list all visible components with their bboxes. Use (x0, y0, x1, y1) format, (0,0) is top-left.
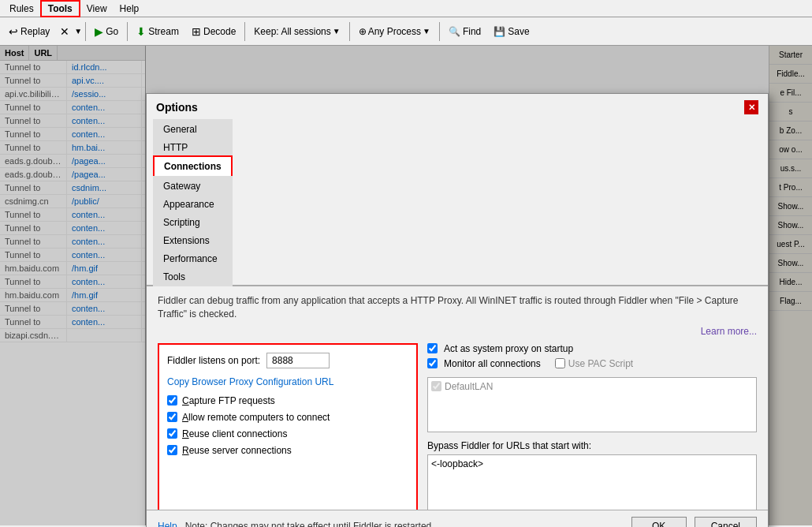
menu-view[interactable]: View (80, 2, 114, 16)
system-proxy-label: Act as system proxy on startup (444, 343, 573, 354)
left-checkbox-label-2: Reuse client connections (182, 428, 287, 439)
bypass-label: Bypass Fiddler for URLs that start with: (427, 440, 757, 451)
defaultlan-checkbox (431, 381, 441, 391)
port-label: Fiddler listens on port: (167, 355, 260, 366)
left-checkbox-label-1: Allow remote computers to connect (182, 412, 330, 423)
process-dropdown[interactable]: ⊕ Any Process ▼ (353, 23, 436, 40)
content-area: Host URL Tunnel to id.rlcdn... Tunnel to… (0, 46, 812, 525)
dropdown-arrow-icon[interactable]: ▼ (74, 27, 82, 36)
right-row-1: Act as system proxy on startup (427, 343, 757, 354)
network-list: DefaultLAN (427, 377, 757, 432)
defaultlan-label: DefaultLAN (445, 381, 493, 392)
info-text: Fiddler can debug traffic from any appli… (158, 294, 757, 321)
tab-extensions[interactable]: Extensions (153, 230, 233, 250)
ok-button[interactable]: OK (631, 517, 687, 527)
save-button[interactable]: 💾 Save (488, 23, 535, 40)
footer-note: Note: Changes may not take effect until … (185, 521, 624, 527)
tab-appearance[interactable]: Appearance (153, 194, 233, 214)
stream-icon: ⬇ (136, 25, 146, 38)
dialog-tabs: GeneralHTTPConnectionsGatewayAppearanceS… (153, 119, 234, 285)
learn-more-link[interactable]: Learn more... (158, 326, 757, 337)
decode-button[interactable]: ⊞ Decode (186, 22, 241, 41)
left-checkbox-3[interactable] (167, 445, 177, 455)
left-checkbox-row-1: Allow remote computers to connect (167, 412, 408, 423)
tab-tools[interactable]: Tools (153, 267, 233, 286)
left-checkbox-0[interactable] (167, 395, 177, 406)
separator-2 (127, 22, 128, 41)
app-window: Rules Tools View Help ↩ Replay ✕ ▼ ▶ Go … (0, 0, 812, 527)
separator-4 (349, 22, 350, 41)
dialog-close-button[interactable]: ✕ (744, 100, 758, 114)
menu-rules[interactable]: Rules (3, 2, 40, 16)
process-dropdown-arrow: ▼ (423, 27, 430, 36)
port-row: Fiddler listens on port: (167, 353, 408, 368)
left-checkbox-row-3: Reuse server connections (167, 445, 408, 456)
network-item-defaultlan: DefaultLAN (431, 381, 753, 392)
monitor-connections-checkbox[interactable] (427, 358, 438, 368)
pac-script-label: Use PAC Script (568, 358, 633, 369)
keep-dropdown-arrow: ▼ (333, 27, 341, 36)
left-checkbox-label-0: Capture FTP requests (182, 395, 275, 406)
left-checkboxes: Capture FTP requests Allow remote comput… (167, 395, 408, 456)
separator-3 (244, 22, 245, 41)
help-link[interactable]: Help (158, 521, 177, 527)
x-icon[interactable]: ✕ (57, 23, 73, 40)
options-dialog: Options ✕ GeneralHTTPConnectionsGatewayA… (146, 93, 769, 527)
find-button[interactable]: 🔍 Find (443, 23, 486, 40)
go-icon: ▶ (95, 25, 103, 38)
menu-tools[interactable]: Tools (40, 0, 80, 17)
process-icon: ⊕ (359, 26, 367, 37)
separator-1 (85, 22, 86, 41)
tab-scripting[interactable]: Scripting (153, 212, 233, 232)
dialog-title-bar: Options ✕ (147, 94, 768, 119)
stream-button[interactable]: ⬇ Stream (131, 22, 184, 41)
system-proxy-checkbox[interactable] (427, 343, 438, 353)
tab-performance[interactable]: Performance (153, 249, 233, 268)
tab-general[interactable]: General (153, 119, 233, 139)
left-checkbox-label-3: Reuse server connections (182, 445, 292, 456)
copy-browser-proxy-link[interactable]: Copy Browser Proxy Configuration URL (167, 376, 408, 387)
tab-http[interactable]: HTTP (153, 137, 233, 157)
replay-icon: ↩ (9, 25, 18, 38)
dialog-title: Options (156, 101, 198, 114)
dialog-body: Fiddler can debug traffic from any appli… (147, 286, 768, 527)
pac-script-row: Use PAC Script (555, 358, 633, 369)
decode-icon: ⊞ (192, 25, 201, 38)
tabs-bar: GeneralHTTPConnectionsGatewayAppearanceS… (147, 119, 768, 286)
pac-script-checkbox[interactable] (555, 358, 565, 368)
find-icon: 🔍 (449, 26, 460, 37)
monitor-connections-label: Monitor all connections (444, 358, 541, 369)
tab-connections[interactable]: Connections (153, 155, 233, 178)
left-checkbox-row-2: Reuse client connections (167, 428, 408, 439)
separator-5 (439, 22, 440, 41)
right-row-2: Monitor all connections Use PAC Script (427, 358, 757, 369)
go-button[interactable]: ▶ Go (89, 22, 124, 41)
replay-button[interactable]: ↩ Replay (3, 22, 55, 41)
left-checkbox-1[interactable] (167, 412, 177, 422)
menu-bar: Rules Tools View Help (0, 0, 812, 17)
save-icon: 💾 (494, 26, 505, 37)
port-input[interactable] (266, 353, 330, 368)
dialog-footer: Help Note: Changes may not take effect u… (147, 510, 768, 527)
cancel-button[interactable]: Cancel (695, 517, 757, 527)
right-top: Act as system proxy on startup Monitor a… (427, 343, 757, 369)
left-checkbox-row-0: Capture FTP requests (167, 395, 408, 406)
menu-help[interactable]: Help (114, 2, 146, 16)
keep-dropdown[interactable]: Keep: All sessions ▼ (248, 23, 345, 40)
toolbar: ↩ Replay ✕ ▼ ▶ Go ⬇ Stream ⊞ Decode Keep… (0, 17, 812, 46)
left-panel: Fiddler listens on port: Copy Browser Pr… (158, 343, 418, 527)
left-checkbox-2[interactable] (167, 428, 177, 439)
dialog-columns: Fiddler listens on port: Copy Browser Pr… (158, 343, 757, 527)
tab-gateway[interactable]: Gateway (153, 176, 233, 196)
right-panel: Act as system proxy on startup Monitor a… (427, 343, 757, 527)
